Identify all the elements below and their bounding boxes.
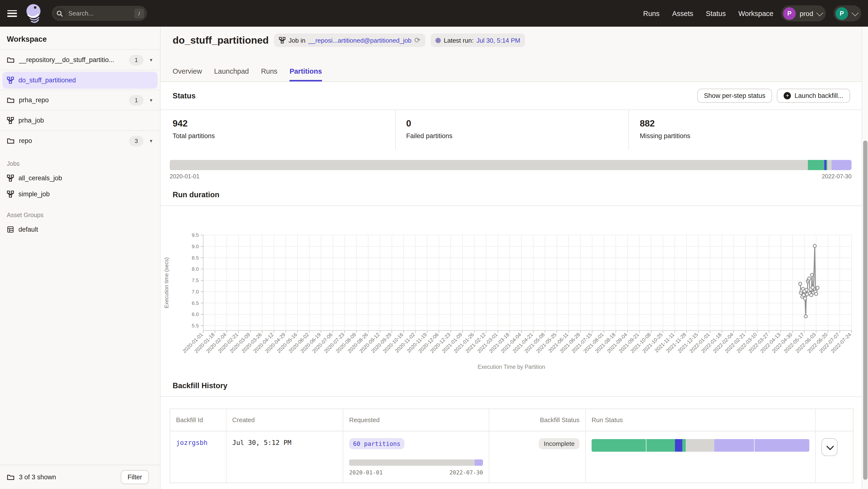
svg-text:5.5: 5.5 <box>192 323 199 328</box>
col-requested: Requested <box>343 409 489 431</box>
top-navbar: Search... / Runs Assets Status Workspace… <box>0 0 868 27</box>
sidebar-item-label: __repository__do_stuff_partitio... <box>19 56 129 64</box>
backfill-created: Jul 30, 5:12 PM <box>232 438 291 446</box>
caret-down-icon[interactable]: ▼ <box>149 98 153 102</box>
filter-button[interactable]: Filter <box>121 470 149 484</box>
backfill-history-heading: Backfill History <box>173 382 227 390</box>
sidebar-item-label: all_cereals_job <box>19 174 62 182</box>
requested-partitions-chip[interactable]: 60 partitions <box>349 438 404 449</box>
nav-status[interactable]: Status <box>706 9 726 17</box>
sidebar-title: Workspace <box>0 27 160 50</box>
svg-text:9.5: 9.5 <box>192 232 199 238</box>
top-nav-links: Runs Assets Status Workspace <box>643 9 773 17</box>
job-origin-link[interactable]: __reposi...artitioned@partitioned_job <box>308 37 411 44</box>
backfill-history-header: Backfill History <box>160 370 862 397</box>
chevron-down-icon <box>826 443 834 450</box>
dagster-app: Search... / Runs Assets Status Workspace… <box>0 0 868 489</box>
svg-text:6.5: 6.5 <box>192 300 199 306</box>
sidebar-item-label: prha_job <box>19 117 155 124</box>
backfill-table-row: jozrgsbh Jul 30, 5:12 PM 60 partitions 2… <box>170 431 853 483</box>
sidebar-item-repository-do-stuff[interactable]: __repository__do_stuff_partitio... 1 ▼ <box>0 50 160 70</box>
stat-label: Failed partitions <box>406 132 628 139</box>
sidebar-section-jobs: Jobs <box>0 151 160 170</box>
tab-runs[interactable]: Runs <box>261 67 277 82</box>
count-badge: 1 <box>129 95 144 105</box>
stat-value: 942 <box>173 118 395 129</box>
plus-icon: + <box>784 92 791 99</box>
page-title: do_stuff_partitioned <box>173 34 269 46</box>
partition-status-bar-wrap: 2020-01-01 2022-07-30 <box>160 149 862 180</box>
partition-status-bar[interactable] <box>170 160 851 170</box>
requested-range-bar <box>349 459 483 466</box>
job-icon <box>7 117 14 124</box>
svg-text:8.0: 8.0 <box>192 266 199 272</box>
launch-backfill-button[interactable]: +Launch backfill... <box>777 89 850 103</box>
sidebar-item-label: default <box>19 226 38 233</box>
deployment-switcher[interactable]: P prod <box>781 5 826 21</box>
backfill-table-header-row: Backfill Id Created Requested Backfill S… <box>170 409 853 431</box>
requested-range-start: 2020-01-01 <box>349 469 383 476</box>
count-badge: 1 <box>129 55 144 65</box>
nav-assets[interactable]: Assets <box>672 9 693 17</box>
deployment-avatar: P <box>783 7 796 20</box>
col-created: Created <box>226 409 343 431</box>
sidebar-item-label: prha_repo <box>19 96 129 104</box>
stat-value: 882 <box>640 118 862 129</box>
refresh-icon[interactable]: ⟳ <box>414 36 421 44</box>
job-icon <box>7 174 14 182</box>
tab-launchpad[interactable]: Launchpad <box>214 67 249 82</box>
search-icon <box>54 7 65 19</box>
partition-range-end: 2022-07-30 <box>822 173 851 180</box>
run-status-bar[interactable] <box>592 439 809 452</box>
caret-down-icon[interactable]: ▼ <box>149 58 153 62</box>
sidebar-item-repo[interactable]: repo 3 ▼ <box>0 130 160 151</box>
user-menu[interactable]: P <box>834 5 861 21</box>
sidebar-item-simple-job[interactable]: simple_job <box>0 186 160 202</box>
status-section-header: Status Show per-step status +Launch back… <box>160 82 862 109</box>
nav-workspace[interactable]: Workspace <box>738 9 773 17</box>
tab-partitions[interactable]: Partitions <box>289 67 322 82</box>
nav-runs[interactable]: Runs <box>643 9 659 17</box>
svg-text:8.5: 8.5 <box>192 255 199 260</box>
tab-overview[interactable]: Overview <box>173 67 202 82</box>
job-tabs: Overview Launchpad Runs Partitions <box>173 67 322 82</box>
sidebar-section-asset-groups: Asset Groups <box>0 202 160 222</box>
search-input[interactable]: Search... / <box>52 6 147 21</box>
job-page-header: do_stuff_partitioned Job in __reposi...a… <box>160 27 862 82</box>
chevron-down-icon <box>852 9 859 16</box>
job-icon <box>7 191 14 198</box>
page-scrollbar[interactable] <box>862 27 868 489</box>
stat-failed-partitions: 0 Failed partitions <box>395 110 628 149</box>
col-backfill-status: Backfill Status <box>489 409 586 431</box>
dagster-logo-icon[interactable] <box>24 3 43 24</box>
shown-count: 3 of 3 shown <box>19 474 121 481</box>
svg-text:7.0: 7.0 <box>192 289 199 294</box>
requested-range-end: 2022-07-30 <box>450 469 483 476</box>
run-duration-header: Run duration <box>160 180 862 206</box>
sidebar-item-prha-repo[interactable]: prha_repo 1 ▼ <box>0 90 160 110</box>
main-content: do_stuff_partitioned Job in __reposi...a… <box>160 27 862 489</box>
stat-total-partitions: 942 Total partitions <box>160 110 395 149</box>
user-avatar: P <box>836 7 848 20</box>
expand-row-button[interactable] <box>822 438 837 456</box>
svg-text:Execution time (secs): Execution time (secs) <box>163 257 169 308</box>
show-per-step-status-button[interactable]: Show per-step status <box>697 89 772 103</box>
backfill-status-badge: Incomplete <box>539 438 580 449</box>
count-badge: 3 <box>129 135 144 146</box>
backfill-id-link[interactable]: jozrgsbh <box>176 438 208 446</box>
job-icon <box>279 37 286 44</box>
stat-value: 0 <box>406 118 628 129</box>
sidebar-item-all-cereals-job[interactable]: all_cereals_job <box>0 170 160 186</box>
menu-icon[interactable] <box>7 10 17 17</box>
deployment-label: prod <box>800 9 813 17</box>
sidebar-item-prha-job[interactable]: prha_job <box>0 110 160 130</box>
execution-time-chart[interactable]: 5.56.06.57.07.58.08.59.09.52020-01-01202… <box>160 216 862 361</box>
chevron-down-icon <box>816 9 823 16</box>
latest-run-link[interactable]: Jul 30, 5:14 PM <box>476 37 520 44</box>
sidebar-item-do-stuff-partitioned[interactable]: do_stuff_partitioned <box>2 72 158 89</box>
job-icon <box>7 76 14 84</box>
caret-down-icon[interactable]: ▼ <box>149 138 153 143</box>
scrollbar-thumb[interactable] <box>863 140 868 480</box>
stat-label: Total partitions <box>173 132 395 139</box>
sidebar-item-default[interactable]: default <box>0 222 160 237</box>
